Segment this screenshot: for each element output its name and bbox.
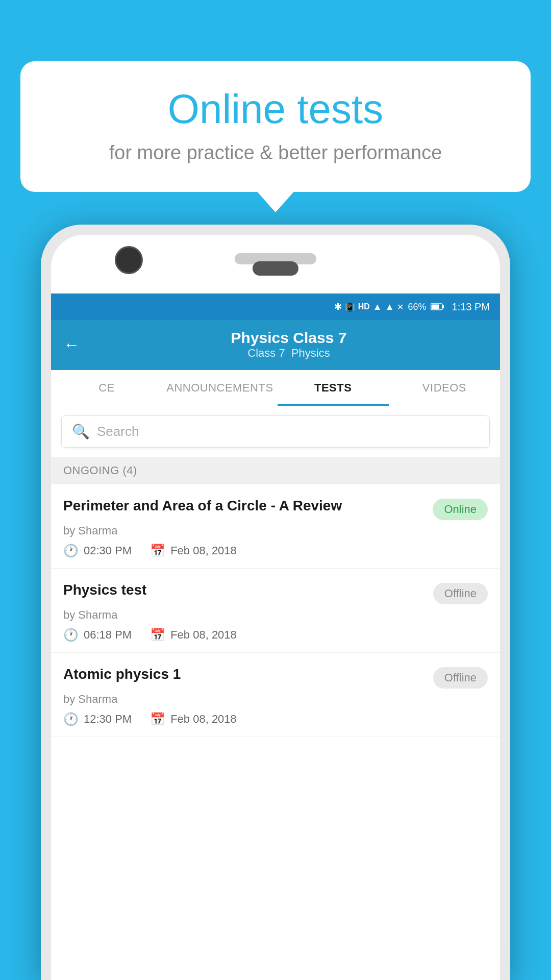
test-item[interactable]: Atomic physics 1 Offline by Sharma 🕐 12:… bbox=[51, 653, 500, 737]
test-time: 🕐 02:30 PM bbox=[63, 544, 132, 558]
battery-icon bbox=[431, 303, 444, 310]
svg-rect-2 bbox=[431, 305, 439, 309]
bluetooth-icon: ✱ bbox=[334, 301, 342, 312]
test-author: by Sharma bbox=[63, 524, 488, 537]
calendar-icon: 📅 bbox=[150, 544, 165, 558]
tab-videos[interactable]: VIDEOS bbox=[389, 370, 500, 406]
phone-frame: ✱ 📳 HD ▲ ▲ ✕ 66% 1 bbox=[41, 225, 510, 980]
clock-icon: 🕐 bbox=[63, 628, 79, 642]
test-title: Atomic physics 1 bbox=[63, 665, 425, 683]
section-header: ONGOING (4) bbox=[51, 457, 500, 484]
test-title: Physics test bbox=[63, 581, 425, 599]
status-bar: ✱ 📳 HD ▲ ▲ ✕ 66% 1 bbox=[51, 293, 500, 320]
hd-icon: HD bbox=[358, 302, 370, 311]
test-list: Perimeter and Area of a Circle - A Revie… bbox=[51, 484, 500, 737]
calendar-icon: 📅 bbox=[150, 712, 165, 726]
app-bar: ← Physics Class 7 Class 7 Physics bbox=[51, 320, 500, 370]
phone-camera bbox=[115, 246, 143, 274]
date-value: Feb 08, 2018 bbox=[170, 628, 237, 642]
screen: ✱ 📳 HD ▲ ▲ ✕ 66% 1 bbox=[51, 293, 500, 980]
search-input[interactable]: Search bbox=[97, 424, 139, 439]
tab-ce[interactable]: CE bbox=[51, 370, 162, 406]
status-icons: ✱ 📳 HD ▲ ▲ ✕ bbox=[334, 301, 404, 312]
bubble-title: Online tests bbox=[51, 87, 500, 132]
test-time: 🕐 12:30 PM bbox=[63, 712, 132, 726]
tab-tests[interactable]: TESTS bbox=[278, 370, 389, 406]
search-bar[interactable]: 🔍 Search bbox=[61, 415, 490, 448]
status-time: 1:13 PM bbox=[452, 301, 490, 313]
back-button[interactable]: ← bbox=[63, 335, 80, 354]
status-badge: Offline bbox=[433, 583, 488, 604]
time-value: 12:30 PM bbox=[84, 713, 132, 726]
phone-home-button bbox=[253, 261, 298, 276]
phone-inner: ✱ 📳 HD ▲ ▲ ✕ 66% 1 bbox=[51, 235, 500, 980]
test-time: 🕐 06:18 PM bbox=[63, 628, 132, 642]
status-badge: Online bbox=[433, 499, 488, 520]
calendar-icon: 📅 bbox=[150, 628, 165, 642]
tab-bar: CE ANNOUNCEMENTS TESTS VIDEOS bbox=[51, 370, 500, 406]
test-meta: 🕐 02:30 PM 📅 Feb 08, 2018 bbox=[63, 544, 488, 558]
test-date: 📅 Feb 08, 2018 bbox=[150, 628, 237, 642]
test-author: by Sharma bbox=[63, 693, 488, 706]
date-value: Feb 08, 2018 bbox=[170, 713, 237, 726]
vibrate-icon: 📳 bbox=[345, 302, 355, 312]
app-bar-subtitle: Class 7 Physics bbox=[90, 347, 488, 360]
time-value: 06:18 PM bbox=[84, 628, 132, 642]
test-date: 📅 Feb 08, 2018 bbox=[150, 544, 237, 558]
date-value: Feb 08, 2018 bbox=[170, 544, 237, 557]
test-meta: 🕐 12:30 PM 📅 Feb 08, 2018 bbox=[63, 712, 488, 726]
search-icon: 🔍 bbox=[72, 423, 90, 440]
speech-bubble: Online tests for more practice & better … bbox=[20, 61, 531, 192]
status-badge: Offline bbox=[433, 667, 488, 689]
clock-icon: 🕐 bbox=[63, 712, 79, 726]
battery-text: 66% bbox=[408, 302, 426, 312]
app-bar-titles: Physics Class 7 Class 7 Physics bbox=[90, 329, 488, 360]
test-author: by Sharma bbox=[63, 608, 488, 622]
test-item[interactable]: Perimeter and Area of a Circle - A Revie… bbox=[51, 484, 500, 569]
test-meta: 🕐 06:18 PM 📅 Feb 08, 2018 bbox=[63, 628, 488, 642]
test-item[interactable]: Physics test Offline by Sharma 🕐 06:18 P… bbox=[51, 569, 500, 653]
test-date: 📅 Feb 08, 2018 bbox=[150, 712, 237, 726]
clock-icon: 🕐 bbox=[63, 544, 79, 558]
no-sim-icon: ✕ bbox=[397, 302, 404, 312]
tab-announcements[interactable]: ANNOUNCEMENTS bbox=[162, 370, 277, 406]
test-title: Perimeter and Area of a Circle - A Revie… bbox=[63, 497, 424, 515]
svg-rect-1 bbox=[442, 305, 444, 308]
signal-icon: ▲ bbox=[385, 302, 394, 312]
wifi-icon: ▲ bbox=[373, 302, 382, 312]
app-bar-title: Physics Class 7 bbox=[90, 329, 488, 347]
bubble-subtitle: for more practice & better performance bbox=[51, 142, 500, 164]
time-value: 02:30 PM bbox=[84, 544, 132, 557]
